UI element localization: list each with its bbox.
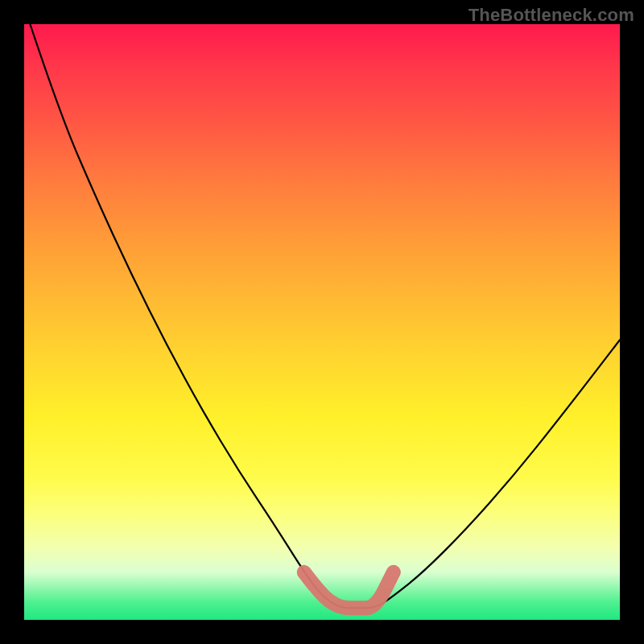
optimal-band-path (304, 572, 394, 608)
chart-svg (24, 24, 620, 620)
chart-frame: TheBottleneck.com (0, 0, 644, 644)
watermark-text: TheBottleneck.com (469, 5, 634, 26)
chart-plot-area (24, 24, 620, 620)
bottleneck-curve-path (30, 24, 620, 608)
